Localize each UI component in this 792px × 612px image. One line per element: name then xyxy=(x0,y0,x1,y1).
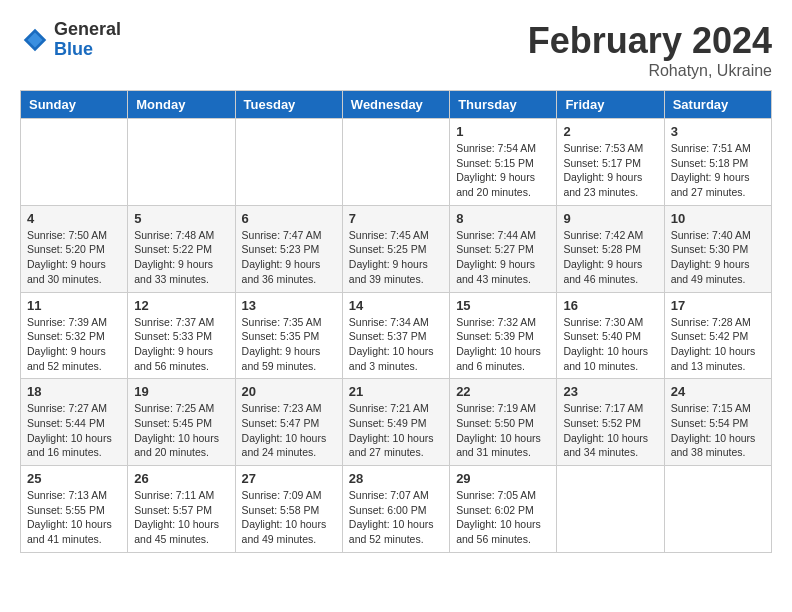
day-info: Sunrise: 7:05 AMSunset: 6:02 PMDaylight:… xyxy=(456,488,550,547)
month-title: February 2024 xyxy=(528,20,772,62)
day-info: Sunrise: 7:09 AMSunset: 5:58 PMDaylight:… xyxy=(242,488,336,547)
day-number: 9 xyxy=(563,211,657,226)
calendar-cell: 9Sunrise: 7:42 AMSunset: 5:28 PMDaylight… xyxy=(557,205,664,292)
day-info: Sunrise: 7:30 AMSunset: 5:40 PMDaylight:… xyxy=(563,315,657,374)
day-number: 19 xyxy=(134,384,228,399)
calendar-cell: 11Sunrise: 7:39 AMSunset: 5:32 PMDayligh… xyxy=(21,292,128,379)
calendar-week-row: 18Sunrise: 7:27 AMSunset: 5:44 PMDayligh… xyxy=(21,379,772,466)
calendar-cell: 13Sunrise: 7:35 AMSunset: 5:35 PMDayligh… xyxy=(235,292,342,379)
calendar-cell: 5Sunrise: 7:48 AMSunset: 5:22 PMDaylight… xyxy=(128,205,235,292)
calendar-cell: 3Sunrise: 7:51 AMSunset: 5:18 PMDaylight… xyxy=(664,119,771,206)
day-info: Sunrise: 7:54 AMSunset: 5:15 PMDaylight:… xyxy=(456,141,550,200)
day-number: 6 xyxy=(242,211,336,226)
calendar-cell xyxy=(342,119,449,206)
day-info: Sunrise: 7:28 AMSunset: 5:42 PMDaylight:… xyxy=(671,315,765,374)
day-info: Sunrise: 7:39 AMSunset: 5:32 PMDaylight:… xyxy=(27,315,121,374)
calendar-cell: 29Sunrise: 7:05 AMSunset: 6:02 PMDayligh… xyxy=(450,466,557,553)
day-info: Sunrise: 7:42 AMSunset: 5:28 PMDaylight:… xyxy=(563,228,657,287)
location: Rohatyn, Ukraine xyxy=(528,62,772,80)
calendar-cell: 15Sunrise: 7:32 AMSunset: 5:39 PMDayligh… xyxy=(450,292,557,379)
logo-blue-text: Blue xyxy=(54,40,121,60)
day-info: Sunrise: 7:27 AMSunset: 5:44 PMDaylight:… xyxy=(27,401,121,460)
day-info: Sunrise: 7:35 AMSunset: 5:35 PMDaylight:… xyxy=(242,315,336,374)
day-info: Sunrise: 7:15 AMSunset: 5:54 PMDaylight:… xyxy=(671,401,765,460)
calendar-week-row: 1Sunrise: 7:54 AMSunset: 5:15 PMDaylight… xyxy=(21,119,772,206)
calendar-cell xyxy=(557,466,664,553)
calendar-cell: 25Sunrise: 7:13 AMSunset: 5:55 PMDayligh… xyxy=(21,466,128,553)
day-number: 13 xyxy=(242,298,336,313)
weekday-header-cell: Monday xyxy=(128,91,235,119)
day-info: Sunrise: 7:45 AMSunset: 5:25 PMDaylight:… xyxy=(349,228,443,287)
calendar-cell: 2Sunrise: 7:53 AMSunset: 5:17 PMDaylight… xyxy=(557,119,664,206)
day-info: Sunrise: 7:21 AMSunset: 5:49 PMDaylight:… xyxy=(349,401,443,460)
logo-text: General Blue xyxy=(54,20,121,60)
weekday-header-cell: Tuesday xyxy=(235,91,342,119)
day-number: 1 xyxy=(456,124,550,139)
calendar-week-row: 4Sunrise: 7:50 AMSunset: 5:20 PMDaylight… xyxy=(21,205,772,292)
day-info: Sunrise: 7:23 AMSunset: 5:47 PMDaylight:… xyxy=(242,401,336,460)
day-number: 17 xyxy=(671,298,765,313)
day-number: 7 xyxy=(349,211,443,226)
calendar-cell: 1Sunrise: 7:54 AMSunset: 5:15 PMDaylight… xyxy=(450,119,557,206)
day-number: 15 xyxy=(456,298,550,313)
calendar-table: SundayMondayTuesdayWednesdayThursdayFrid… xyxy=(20,90,772,553)
day-number: 20 xyxy=(242,384,336,399)
day-info: Sunrise: 7:48 AMSunset: 5:22 PMDaylight:… xyxy=(134,228,228,287)
day-info: Sunrise: 7:07 AMSunset: 6:00 PMDaylight:… xyxy=(349,488,443,547)
day-info: Sunrise: 7:50 AMSunset: 5:20 PMDaylight:… xyxy=(27,228,121,287)
day-number: 24 xyxy=(671,384,765,399)
calendar-cell: 10Sunrise: 7:40 AMSunset: 5:30 PMDayligh… xyxy=(664,205,771,292)
calendar-cell: 28Sunrise: 7:07 AMSunset: 6:00 PMDayligh… xyxy=(342,466,449,553)
day-number: 12 xyxy=(134,298,228,313)
day-info: Sunrise: 7:47 AMSunset: 5:23 PMDaylight:… xyxy=(242,228,336,287)
day-number: 25 xyxy=(27,471,121,486)
weekday-header-row: SundayMondayTuesdayWednesdayThursdayFrid… xyxy=(21,91,772,119)
calendar-cell: 23Sunrise: 7:17 AMSunset: 5:52 PMDayligh… xyxy=(557,379,664,466)
calendar-cell: 27Sunrise: 7:09 AMSunset: 5:58 PMDayligh… xyxy=(235,466,342,553)
day-number: 10 xyxy=(671,211,765,226)
page-header: General Blue February 2024 Rohatyn, Ukra… xyxy=(20,20,772,80)
calendar-cell: 18Sunrise: 7:27 AMSunset: 5:44 PMDayligh… xyxy=(21,379,128,466)
calendar-cell: 24Sunrise: 7:15 AMSunset: 5:54 PMDayligh… xyxy=(664,379,771,466)
calendar-cell: 22Sunrise: 7:19 AMSunset: 5:50 PMDayligh… xyxy=(450,379,557,466)
calendar-cell: 21Sunrise: 7:21 AMSunset: 5:49 PMDayligh… xyxy=(342,379,449,466)
day-number: 27 xyxy=(242,471,336,486)
calendar-week-row: 11Sunrise: 7:39 AMSunset: 5:32 PMDayligh… xyxy=(21,292,772,379)
day-number: 11 xyxy=(27,298,121,313)
calendar-cell: 17Sunrise: 7:28 AMSunset: 5:42 PMDayligh… xyxy=(664,292,771,379)
day-number: 22 xyxy=(456,384,550,399)
calendar-cell: 16Sunrise: 7:30 AMSunset: 5:40 PMDayligh… xyxy=(557,292,664,379)
day-info: Sunrise: 7:11 AMSunset: 5:57 PMDaylight:… xyxy=(134,488,228,547)
calendar-cell xyxy=(235,119,342,206)
weekday-header-cell: Saturday xyxy=(664,91,771,119)
calendar-cell xyxy=(21,119,128,206)
day-info: Sunrise: 7:13 AMSunset: 5:55 PMDaylight:… xyxy=(27,488,121,547)
day-info: Sunrise: 7:19 AMSunset: 5:50 PMDaylight:… xyxy=(456,401,550,460)
day-number: 8 xyxy=(456,211,550,226)
logo-general-text: General xyxy=(54,20,121,40)
calendar-cell xyxy=(664,466,771,553)
day-info: Sunrise: 7:34 AMSunset: 5:37 PMDaylight:… xyxy=(349,315,443,374)
logo: General Blue xyxy=(20,20,121,60)
title-area: February 2024 Rohatyn, Ukraine xyxy=(528,20,772,80)
day-number: 23 xyxy=(563,384,657,399)
day-number: 18 xyxy=(27,384,121,399)
calendar-body: 1Sunrise: 7:54 AMSunset: 5:15 PMDaylight… xyxy=(21,119,772,553)
weekday-header-cell: Thursday xyxy=(450,91,557,119)
weekday-header-cell: Wednesday xyxy=(342,91,449,119)
calendar-cell: 14Sunrise: 7:34 AMSunset: 5:37 PMDayligh… xyxy=(342,292,449,379)
calendar-cell: 6Sunrise: 7:47 AMSunset: 5:23 PMDaylight… xyxy=(235,205,342,292)
calendar-cell: 20Sunrise: 7:23 AMSunset: 5:47 PMDayligh… xyxy=(235,379,342,466)
weekday-header-cell: Friday xyxy=(557,91,664,119)
day-number: 5 xyxy=(134,211,228,226)
day-info: Sunrise: 7:53 AMSunset: 5:17 PMDaylight:… xyxy=(563,141,657,200)
day-info: Sunrise: 7:25 AMSunset: 5:45 PMDaylight:… xyxy=(134,401,228,460)
day-number: 16 xyxy=(563,298,657,313)
day-info: Sunrise: 7:32 AMSunset: 5:39 PMDaylight:… xyxy=(456,315,550,374)
calendar-cell: 26Sunrise: 7:11 AMSunset: 5:57 PMDayligh… xyxy=(128,466,235,553)
calendar-cell: 7Sunrise: 7:45 AMSunset: 5:25 PMDaylight… xyxy=(342,205,449,292)
day-number: 3 xyxy=(671,124,765,139)
day-info: Sunrise: 7:51 AMSunset: 5:18 PMDaylight:… xyxy=(671,141,765,200)
weekday-header-cell: Sunday xyxy=(21,91,128,119)
calendar-cell: 4Sunrise: 7:50 AMSunset: 5:20 PMDaylight… xyxy=(21,205,128,292)
